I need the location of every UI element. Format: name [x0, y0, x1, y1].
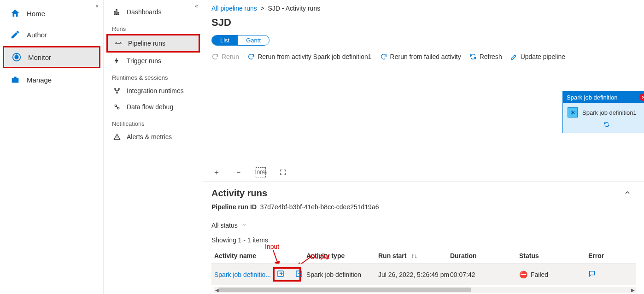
toolbar-label: Rerun — [222, 53, 239, 60]
scrollbar-thumb[interactable] — [219, 288, 471, 292]
run-id-label: Pipeline run ID — [211, 203, 257, 211]
toggle-gantt[interactable]: Gantt — [238, 35, 269, 45]
update-pipeline-button[interactable]: Update pipeline — [510, 53, 565, 60]
sort-icon: ↑↓ — [411, 252, 417, 259]
rerun-failed-button[interactable]: Rerun from failed activity — [380, 53, 461, 60]
cell-status: ⛔ Failed — [519, 270, 588, 279]
activity-node[interactable]: Spark job definition ✕ ✶ Spark job defin… — [562, 91, 644, 133]
node-footer — [563, 120, 644, 133]
close-icon[interactable]: ✕ — [639, 94, 644, 101]
annotation-output: Output — [310, 253, 329, 260]
col-label: Run start — [378, 252, 406, 259]
alert-icon — [113, 133, 121, 141]
rerun-activity-icon — [247, 53, 255, 60]
collapse-section-icon[interactable] — [624, 189, 636, 198]
gauge-icon — [12, 52, 22, 62]
chevron-down-icon — [241, 222, 247, 229]
col-error[interactable]: Error — [588, 252, 628, 259]
debug-icon — [113, 103, 121, 111]
col-run-start[interactable]: Run start ↑↓ — [378, 252, 450, 259]
scroll-left-icon[interactable]: ◀ — [215, 288, 219, 293]
toolbar-label: Rerun from activity Spark job definition… — [258, 53, 371, 60]
status-filter[interactable]: All status — [211, 219, 636, 232]
status-text: Failed — [531, 271, 548, 278]
activity-runs-title: Activity runs — [211, 188, 267, 199]
activity-name-link[interactable]: Spark job definitio... — [214, 271, 271, 278]
breadcrumb: All pipeline runs > SJD - Activity runs — [203, 0, 644, 15]
spark-icon: ✶ — [568, 107, 578, 118]
input-icon[interactable] — [275, 269, 287, 280]
breadcrumb-separator: > — [259, 5, 268, 12]
section-heading-notifications: Notifications — [112, 120, 195, 127]
toolbar-label: Update pipeline — [521, 53, 565, 60]
sidebar-item-label: Data flow debug — [127, 103, 173, 111]
io-icons — [273, 267, 301, 282]
sidebar-item-label: Alerts & metrics — [127, 133, 172, 141]
sidebar-item-pipeline-runs[interactable]: Pipeline runs — [106, 34, 200, 53]
nav-manage[interactable]: Manage — [3, 70, 100, 89]
node-header: Spark job definition ✕ — [563, 92, 644, 103]
run-id-row: Pipeline run ID 37d7e4bf-b3bf-41eb-b8cc-… — [211, 203, 636, 211]
page-title: SJD — [203, 15, 644, 33]
nav-label: Monitor — [28, 53, 51, 61]
svg-point-5 — [118, 88, 120, 90]
activity-table: Input Output Activity name Activity type… — [211, 248, 636, 285]
zoom-100-icon[interactable]: 100% — [256, 167, 266, 177]
sidebar-item-dataflow-debug[interactable]: Data flow debug — [106, 99, 200, 115]
nav-monitor[interactable]: Monitor — [3, 46, 100, 68]
scroll-right-icon[interactable]: ▶ — [631, 288, 635, 293]
secondary-nav: « Dashboards Runs Pipeline runs Trigger … — [104, 0, 203, 294]
toolbar-label: Rerun from failed activity — [390, 53, 461, 60]
node-title: Spark job definition1 — [582, 109, 637, 116]
collapse-primary-icon[interactable]: « — [95, 3, 99, 9]
edit-icon — [510, 53, 518, 60]
col-status[interactable]: Status — [519, 252, 588, 259]
col-activity-name[interactable]: Activity name — [214, 252, 306, 259]
svg-point-3 — [120, 43, 121, 44]
sidebar-item-label: Pipeline runs — [128, 40, 165, 47]
canvas-toolbar: ＋ － 100% — [211, 167, 288, 177]
cell-error[interactable] — [588, 270, 628, 279]
nav-label: Home — [27, 10, 45, 18]
output-icon[interactable] — [293, 269, 305, 280]
col-duration[interactable]: Duration — [450, 252, 519, 259]
breadcrumb-parent-link[interactable]: All pipeline runs — [211, 5, 257, 12]
sidebar-item-alerts-metrics[interactable]: Alerts & metrics — [106, 129, 200, 145]
message-icon — [588, 270, 596, 277]
annotation-input: Input — [265, 243, 279, 250]
rerun-failed-icon — [380, 53, 387, 60]
svg-point-4 — [115, 88, 116, 90]
nav-home[interactable]: Home — [3, 4, 100, 23]
toolbar: Rerun Rerun from activity Spark job defi… — [203, 51, 644, 67]
node-header-title: Spark job definition — [567, 94, 618, 101]
home-icon — [10, 8, 20, 18]
rerun-button: Rerun — [211, 53, 239, 60]
sidebar-item-integration-runtimes[interactable]: Integration runtimes — [106, 83, 200, 99]
cell-duration: 00:07:42 — [450, 271, 519, 278]
cell-run-start: Jul 26, 2022, 5:26:49 pm — [378, 271, 450, 278]
toggle-list[interactable]: List — [212, 35, 238, 45]
sidebar-item-dashboards[interactable]: Dashboards — [106, 4, 200, 20]
toolbox-icon — [10, 75, 20, 85]
sidebar-item-label: Dashboards — [127, 8, 162, 16]
node-body: ✶ Spark job definition1 — [563, 103, 644, 120]
view-toggle: List Gantt — [203, 33, 644, 51]
zoom-in-icon[interactable]: ＋ — [211, 167, 222, 177]
svg-point-1 — [15, 55, 18, 59]
svg-point-6 — [117, 92, 118, 94]
nav-author[interactable]: Author — [3, 25, 100, 44]
zoom-out-icon[interactable]: － — [234, 167, 244, 177]
refresh-icon — [469, 53, 477, 60]
sidebar-item-trigger-runs[interactable]: Trigger runs — [106, 53, 200, 69]
collapse-secondary-icon[interactable]: « — [195, 3, 198, 9]
refresh-button[interactable]: Refresh — [469, 53, 502, 60]
sync-icon[interactable] — [603, 122, 610, 129]
rerun-from-activity-button[interactable]: Rerun from activity Spark job definition… — [247, 53, 371, 60]
pipeline-canvas[interactable]: Spark job definition ✕ ✶ Spark job defin… — [203, 67, 644, 182]
fit-screen-icon[interactable] — [278, 167, 288, 177]
failed-status-icon: ⛔ — [519, 270, 528, 279]
horizontal-scrollbar[interactable]: ◀ ▶ — [214, 287, 636, 293]
trigger-icon — [113, 57, 121, 65]
section-heading-runs: Runs — [112, 25, 195, 32]
table-row[interactable]: Spark job definitio... Spark job definit… — [211, 264, 636, 285]
